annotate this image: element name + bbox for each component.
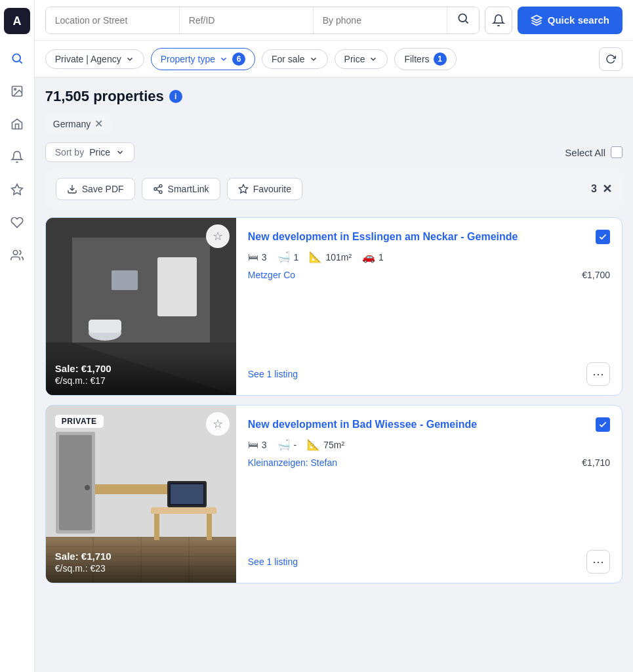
content-area: 71,505 properties i Germany ✕ Sort by Pr… <box>35 77 633 672</box>
smart-link-label: SmartLink <box>168 184 209 194</box>
card-sale-price-1: Sale: €1,700 <box>55 362 227 375</box>
area-icon-1: 📐 <box>309 251 322 263</box>
svg-rect-20 <box>112 270 138 290</box>
select-all-checkbox[interactable] <box>611 146 623 158</box>
filter-for-sale[interactable]: For sale <box>262 49 328 69</box>
svg-line-1 <box>20 61 22 64</box>
location-tag-close[interactable]: ✕ <box>94 117 103 130</box>
svg-rect-38 <box>154 514 159 540</box>
svg-line-12 <box>156 190 159 192</box>
info-icon[interactable]: i <box>169 90 182 103</box>
svg-point-6 <box>459 14 466 22</box>
svg-rect-42 <box>171 484 203 504</box>
agent-price-2: €1,710 <box>582 457 610 468</box>
bath-icon-2: 🛁 <box>277 438 291 451</box>
property-card-2: PRIVATE Sale: €1,710 €/sq.m.: €23 ☆ New … <box>45 405 623 583</box>
location-filter-tag: Germany ✕ <box>45 114 112 133</box>
property-image-1: Sale: €1,700 €/sq.m.: €17 ☆ <box>46 218 236 395</box>
agent-name-1[interactable]: Metzger Co <box>248 270 295 280</box>
smart-link-button[interactable]: SmartLink <box>142 178 220 200</box>
favourite-label: Favourite <box>253 184 291 194</box>
card-favourite-btn-1[interactable]: ☆ <box>206 224 230 248</box>
selected-count: 3 ✕ <box>591 182 612 196</box>
sidebar-item-search[interactable] <box>3 45 31 72</box>
search-button[interactable] <box>447 7 479 33</box>
property-type-label: Property type <box>161 54 215 64</box>
filter-price[interactable]: Price <box>335 49 388 69</box>
filter-filters[interactable]: Filters 1 <box>394 48 456 70</box>
quick-search-label: Quick search <box>548 14 609 26</box>
favourite-button[interactable]: Favourite <box>227 178 302 200</box>
bed-icon-1: 🛏 <box>248 251 258 263</box>
card-sqm-price-1: €/sq.m.: €17 <box>55 375 227 386</box>
agent-price-1: €1,700 <box>582 270 610 280</box>
svg-point-9 <box>159 184 162 187</box>
card-footer-1: See 1 listing ⋯ <box>248 362 610 386</box>
sidebar: A <box>0 0 35 672</box>
svg-marker-4 <box>12 184 23 195</box>
sort-by-dropdown[interactable]: Sort by Price <box>45 142 134 162</box>
area-spec-2: 📐 75m² <box>307 438 344 451</box>
svg-rect-19 <box>157 257 197 316</box>
search-bar <box>45 7 480 34</box>
svg-line-7 <box>466 21 468 24</box>
ref-input[interactable] <box>180 7 314 33</box>
agent-name-2[interactable]: Kleinanzeigen: Stefan <box>248 457 337 468</box>
see-listing-2[interactable]: See 1 listing <box>248 556 298 567</box>
svg-point-10 <box>154 188 157 190</box>
card-title-1[interactable]: New development in Esslingen am Neckar -… <box>248 230 518 244</box>
svg-marker-14 <box>239 184 247 193</box>
baths-value-2: - <box>294 440 297 450</box>
svg-point-0 <box>12 54 20 62</box>
area-spec-1: 📐 101m² <box>309 251 352 263</box>
phone-input[interactable] <box>314 7 447 33</box>
app-logo: A <box>4 8 30 34</box>
beds-spec-1: 🛏 3 <box>248 251 267 263</box>
card-sqm-price-2: €/sq.m.: €23 <box>55 563 227 574</box>
select-all-row: Select All <box>565 146 623 158</box>
area-value-2: 75m² <box>323 440 344 450</box>
notification-button[interactable] <box>485 7 512 34</box>
filter-bar: Private | Agency Property type 6 For sal… <box>35 41 633 77</box>
see-listing-1[interactable]: See 1 listing <box>248 369 298 379</box>
card-title-2[interactable]: New development in Bad Wiessee - Gemeind… <box>248 417 477 432</box>
filter-private-agency[interactable]: Private | Agency <box>45 49 144 69</box>
card-sale-price-2: Sale: €1,710 <box>55 549 227 563</box>
svg-point-36 <box>85 485 90 490</box>
baths-spec-2: 🛁 - <box>277 438 297 451</box>
parking-spec-1: 🚗 1 <box>362 251 384 263</box>
results-header: 71,505 properties i <box>45 88 623 105</box>
sidebar-item-images[interactable] <box>3 77 31 105</box>
filter-property-type[interactable]: Property type 6 <box>151 48 255 70</box>
sidebar-item-bell[interactable] <box>3 143 31 171</box>
card-footer-2: See 1 listing ⋯ <box>248 550 610 574</box>
card-title-row-2: New development in Bad Wiessee - Gemeind… <box>248 417 610 432</box>
more-options-btn-2[interactable]: ⋯ <box>586 550 610 574</box>
sidebar-item-home[interactable] <box>3 110 31 138</box>
card-favourite-btn-2[interactable]: ☆ <box>206 412 230 436</box>
for-sale-label: For sale <box>272 54 305 64</box>
clear-selection-button[interactable]: ✕ <box>602 182 612 196</box>
sidebar-item-star[interactable] <box>3 176 31 203</box>
selected-count-value: 3 <box>591 183 597 195</box>
save-pdf-button[interactable]: Save PDF <box>56 178 135 200</box>
baths-spec-1: 🛁 1 <box>277 251 299 263</box>
beds-value-2: 3 <box>262 440 267 450</box>
sidebar-item-handshake[interactable] <box>3 209 31 236</box>
card-checkbox-1[interactable] <box>596 230 610 244</box>
svg-line-13 <box>156 186 159 188</box>
select-all-label: Select All <box>565 147 605 158</box>
sidebar-item-users[interactable] <box>3 242 31 269</box>
more-options-btn-1[interactable]: ⋯ <box>586 362 610 386</box>
card-checkbox-2[interactable] <box>596 417 610 432</box>
filters-label: Filters <box>404 54 429 64</box>
refresh-button[interactable] <box>599 47 623 71</box>
svg-point-11 <box>159 191 162 194</box>
card-detail-2: New development in Bad Wiessee - Gemeind… <box>236 406 622 583</box>
svg-point-5 <box>13 251 18 255</box>
property-card: Sale: €1,700 €/sq.m.: €17 ☆ New developm… <box>45 217 623 396</box>
svg-rect-39 <box>207 514 212 540</box>
quick-search-button[interactable]: Quick search <box>518 7 623 34</box>
price-label: Price <box>344 54 365 64</box>
location-input[interactable] <box>46 7 180 33</box>
